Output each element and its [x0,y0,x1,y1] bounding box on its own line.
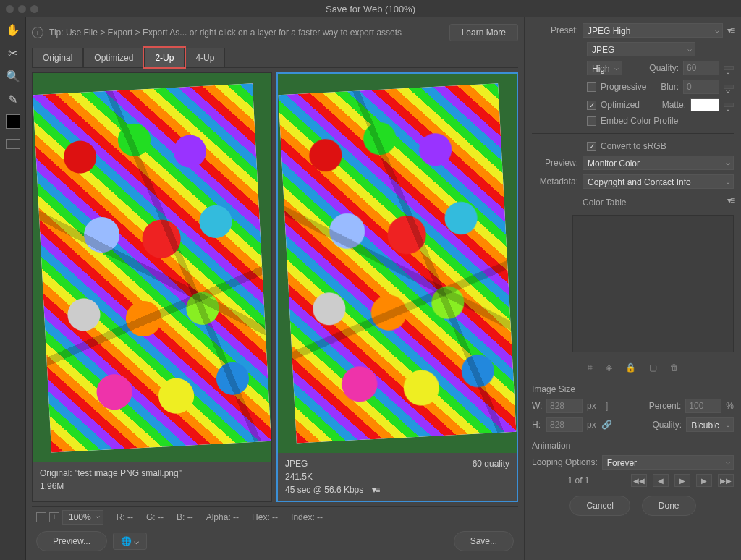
h-unit: px [587,420,596,430]
format-select[interactable]: JPEG [587,42,695,56]
browser-preview-button[interactable]: 🌐 ⌵ [113,533,147,550]
srgb-label: Convert to sRGB [601,141,666,151]
srgb-checkbox[interactable] [587,142,596,151]
done-button[interactable]: Done [642,496,696,516]
pane-menu-icon[interactable]: ▾≡ [372,485,378,495]
ct-trash-icon[interactable]: 🗑 [670,362,679,373]
quality-label: Quality: [649,63,679,73]
tab-original[interactable]: Original [32,48,83,67]
ct-lock-icon[interactable]: 🔒 [625,362,636,373]
image-size-label: Image Size [532,384,734,394]
learn-more-button[interactable]: Learn More [449,24,518,41]
cancel-button[interactable]: Cancel [569,496,630,516]
resample-select[interactable]: Bicubic [686,417,734,432]
window-title: Save for Web (100%) [0,4,741,14]
pct-unit: % [726,401,734,411]
resample-label: Quality: [653,420,682,430]
settings-panel: Preset: JPEG High ▾≡ JPEG High Quality: … [524,17,741,560]
blur-input[interactable]: 0 [683,80,719,94]
optimized-canvas[interactable] [278,74,517,453]
looping-select[interactable]: Forever [602,455,734,470]
slice-tool-icon[interactable]: ✂ [5,45,21,61]
optimized-checkbox[interactable] [587,101,596,110]
view-tabs: Original Optimized 2-Up 4-Up [32,48,518,68]
zoom-tool-icon[interactable]: 🔍 [5,68,21,84]
percent-label: Percent: [649,401,682,411]
original-pane[interactable]: Original: "test image PNG small.png" 1.9… [32,72,272,502]
save-button[interactable]: Save... [454,531,514,551]
hand-tool-icon[interactable]: ✋ [5,22,21,38]
status-alpha: Alpha: -- [206,512,239,522]
preset-label: Preset: [532,25,578,35]
toggle-swatch-icon[interactable] [6,139,20,149]
blur-stepper[interactable] [724,85,734,89]
ct-new-icon[interactable]: ▢ [649,362,657,373]
matte-swatch[interactable] [690,98,719,111]
last-frame-button[interactable]: ▶▶ [718,474,734,487]
progressive-checkbox[interactable] [587,82,596,92]
link-dimensions-icon[interactable]: ] [601,401,614,411]
color-table [572,215,734,352]
preview-select[interactable]: Monitor Color [583,156,734,170]
frame-counter: 1 of 1 [532,475,625,485]
height-input[interactable]: 828 [546,417,583,432]
link-dimensions-icon-2[interactable]: 🔗 [601,420,614,430]
status-r: R: -- [117,512,133,522]
quality-stepper[interactable] [724,66,734,70]
preview-label: Preview: [532,158,578,168]
embed-profile-label: Embed Color Profile [601,116,678,126]
preview-button[interactable]: Preview... [36,531,107,551]
percent-input[interactable]: 100 [685,399,721,413]
zoom-in-icon[interactable]: + [49,512,59,522]
blur-label: Blur: [661,82,679,92]
optimized-size: 241.5K [285,472,509,482]
status-bar: − + 100% R: -- G: -- B: -- Alpha: -- Hex… [32,506,518,527]
info-icon: i [32,27,43,38]
matte-label: Matte: [662,100,686,110]
ct-icon-2[interactable]: ◈ [606,362,612,373]
preset-select[interactable]: JPEG High [583,23,723,38]
optimized-quality: 60 quality [473,459,509,469]
original-canvas[interactable] [33,73,271,462]
tip-text: Tip: Use File > Export > Export As... or… [49,27,402,38]
tab-4up[interactable]: 4-Up [185,48,225,67]
quality-preset-select[interactable]: High [587,61,622,75]
progressive-label: Progressive [601,82,646,92]
metadata-label: Metadata: [532,177,578,187]
embed-profile-checkbox[interactable] [587,116,596,126]
width-input[interactable]: 828 [546,399,583,413]
preset-menu-icon[interactable]: ▾≡ [727,25,734,35]
optimized-download-time: 45 sec @ 56.6 Kbps [285,485,363,495]
animation-label: Animation [532,441,734,451]
eyedropper-tool-icon[interactable]: ✎ [5,91,21,107]
zoom-select[interactable]: 100% [62,510,103,525]
optimized-pane[interactable]: 60 quality JPEG 241.5K 45 sec @ 56.6 Kbp… [276,72,518,502]
original-size: 1.96M [40,481,264,491]
titlebar: Save for Web (100%) [0,0,741,17]
w-label: W: [532,401,542,411]
status-g: G: -- [146,512,164,522]
play-button[interactable]: ▶ [674,474,690,487]
tab-optimized[interactable]: Optimized [83,48,144,67]
status-index: Index: -- [291,512,323,522]
h-label: H: [532,420,542,430]
matte-select[interactable] [724,103,734,107]
quality-input[interactable]: 60 [683,61,719,75]
status-b: B: -- [177,512,193,522]
colortable-menu-icon[interactable]: ▾≡ [727,195,734,205]
original-filename: Original: "test image PNG small.png" [40,468,264,478]
next-frame-button[interactable]: ▶ [696,474,712,487]
ct-icon-1[interactable]: ⌗ [588,362,593,373]
status-hex: Hex: -- [252,512,278,522]
tab-2up[interactable]: 2-Up [144,48,185,67]
w-unit: px [587,401,596,411]
optimized-label: Optimized [601,100,640,110]
tool-strip: ✋ ✂ 🔍 ✎ [0,17,26,560]
metadata-select[interactable]: Copyright and Contact Info [583,174,734,189]
zoom-out-icon[interactable]: − [36,512,46,522]
looping-label: Looping Options: [532,457,598,467]
color-table-label: Color Table [583,198,626,208]
foreground-swatch[interactable] [6,114,20,129]
first-frame-button[interactable]: ◀◀ [631,474,647,487]
prev-frame-button[interactable]: ◀ [653,474,669,487]
